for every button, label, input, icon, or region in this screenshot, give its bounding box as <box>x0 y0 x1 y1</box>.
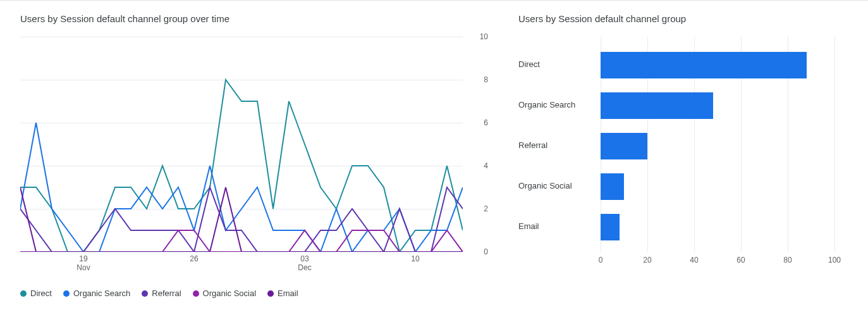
bar-gridline <box>834 37 835 252</box>
legend-organic-search[interactable]: Organic Search <box>63 289 130 298</box>
legend-email[interactable]: Email <box>267 289 298 298</box>
series-line <box>20 187 463 252</box>
legend-label-organic-social: Organic Social <box>203 289 257 298</box>
bar-x-tick-label: 20 <box>643 256 651 264</box>
x-tick-label: 26 <box>190 254 198 263</box>
dashboard-container: Users by Session default channel group o… <box>0 0 868 317</box>
swatch-organic-social-icon <box>193 290 199 297</box>
bar-x-tick-label: 80 <box>783 256 792 264</box>
bar-rect[interactable] <box>601 133 647 159</box>
line-plot <box>20 37 463 252</box>
bar-x-tick-label: 100 <box>828 256 841 264</box>
legend-referral[interactable]: Referral <box>142 289 181 298</box>
legend-organic-social[interactable]: Organic Social <box>193 289 257 298</box>
bar-row <box>601 92 713 119</box>
x-tick-label: 10 <box>411 254 419 263</box>
bar-rect[interactable] <box>601 52 807 78</box>
y-tick-label: 4 <box>484 161 488 170</box>
line-svg <box>20 37 463 252</box>
bar-rect[interactable] <box>601 214 620 240</box>
y-tick-label: 8 <box>484 75 488 84</box>
legend-label-organic-search: Organic Search <box>73 289 130 298</box>
swatch-organic-search-icon <box>63 290 70 297</box>
bar-rect[interactable] <box>601 92 713 119</box>
bar-row <box>601 214 620 240</box>
y-tick-label: 0 <box>484 247 488 256</box>
bars-region: 020406080100 <box>601 37 834 252</box>
x-tick-label: 19Nov <box>76 254 90 272</box>
bar-chart-title: Users by Session default channel group <box>518 13 855 24</box>
line-chart-area[interactable]: 0246810 19Nov2603Dec10 <box>20 37 488 277</box>
bar-x-tick-label: 40 <box>690 256 698 264</box>
series-line <box>20 80 463 252</box>
y-tick-label: 10 <box>480 32 488 41</box>
bar-category-label: Email <box>518 221 594 231</box>
line-chart-panel: Users by Session default channel group o… <box>0 1 506 317</box>
bar-category-label: Referral <box>518 140 594 150</box>
y-tick-label: 2 <box>484 204 488 213</box>
gridline <box>20 252 463 252</box>
swatch-direct-icon <box>20 290 27 297</box>
swatch-email-icon <box>267 290 274 297</box>
legend: Direct Organic Search Referral Organic S… <box>20 289 493 298</box>
bar-row <box>601 173 624 200</box>
legend-label-direct: Direct <box>30 289 52 298</box>
bar-rect[interactable] <box>601 173 624 200</box>
line-y-axis: 0246810 <box>473 37 488 252</box>
series-line <box>20 123 463 252</box>
bar-category-label: Direct <box>518 59 594 69</box>
bar-chart-area[interactable]: 020406080100 DirectOrganic SearchReferra… <box>518 37 847 277</box>
bar-chart-panel: Users by Session default channel group 0… <box>506 1 868 317</box>
bar-x-tick-label: 0 <box>599 256 603 264</box>
bar-row <box>601 133 647 159</box>
line-chart-title: Users by Session default channel group o… <box>20 13 493 24</box>
legend-direct[interactable]: Direct <box>20 289 52 298</box>
x-tick-label: 03Dec <box>298 254 311 272</box>
swatch-referral-icon <box>142 290 148 297</box>
bar-category-label: Organic Search <box>518 100 594 109</box>
series-line <box>20 187 463 252</box>
y-tick-label: 6 <box>484 118 488 127</box>
bar-category-label: Organic Social <box>518 181 594 190</box>
bar-row <box>601 52 807 78</box>
legend-label-email: Email <box>278 289 298 298</box>
bar-x-tick-label: 60 <box>737 256 745 264</box>
legend-label-referral: Referral <box>152 289 181 298</box>
